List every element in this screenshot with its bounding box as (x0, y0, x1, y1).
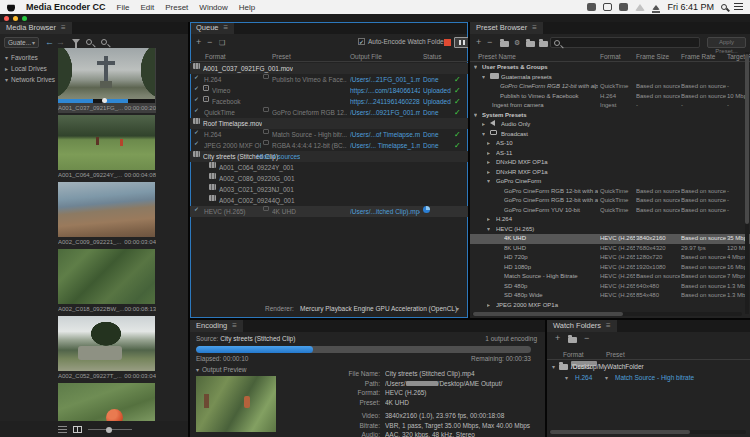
panel-menu-icon[interactable] (224, 22, 229, 34)
slider-knob[interactable] (106, 427, 112, 433)
new-preset-icon[interactable]: + (476, 38, 481, 47)
output-preview-toggle[interactable]: Output Preview (196, 366, 246, 373)
col-frame-rate[interactable]: Frame Rate (681, 52, 715, 62)
chevron-down-icon[interactable] (605, 372, 608, 384)
preset-settings-icon[interactable] (263, 129, 269, 134)
list-view-icon[interactable] (58, 426, 67, 433)
queue-group-row[interactable]: Roof Timelapse.mov (190, 118, 468, 129)
queue-source-row[interactable]: A002_C086_09220G_001 (190, 173, 468, 184)
tree-item-local-drives[interactable]: Local Drives (5, 63, 59, 74)
col-status[interactable]: Status (423, 52, 441, 62)
preset-settings-icon[interactable] (263, 206, 269, 211)
preset-row-selected[interactable]: 4K UHDHEVC (H.265)3840x2160Based on sour… (470, 234, 750, 244)
menu-file[interactable]: File (117, 3, 130, 12)
keyboard-icon[interactable] (587, 3, 596, 11)
remove-watch-folder-icon[interactable]: − (584, 334, 589, 343)
delete-preset-icon[interactable]: − (487, 38, 492, 47)
horizontal-scrollbar[interactable] (549, 430, 746, 434)
preset-category-row[interactable]: Audio Only (470, 120, 750, 130)
preset-subcategory-row[interactable]: JPEG 2000 MXF OP1a (470, 301, 750, 311)
col-frame-size[interactable]: Frame Size (636, 52, 669, 62)
preset-settings-icon[interactable] (263, 140, 269, 145)
queue-output-row[interactable]: QuickTimeGoPro Cineform RGB 12.../Users/… (190, 107, 468, 118)
panel-menu-icon[interactable] (532, 22, 537, 34)
horizontal-scrollbar[interactable] (472, 312, 742, 316)
watch-folder-row[interactable]: /Users//Desktop/MyWatchFolder (547, 361, 750, 372)
col-output-file[interactable]: Output File (350, 52, 382, 62)
clip-cell[interactable]: A001_C037_0921FG_...00:00:00:20 (58, 48, 156, 113)
eject-icon[interactable] (652, 5, 660, 10)
preset-row[interactable]: Match Source - High BitrateHEVC (H.265)B… (470, 272, 750, 282)
wifi-icon[interactable] (635, 4, 645, 11)
preset-settings-icon[interactable] (263, 107, 269, 112)
queue-encoding-row[interactable]: HEVC (H.265)4K UHD/Users/...itched Clip)… (190, 206, 468, 217)
preset-row[interactable]: GoPro CineForm RGB 12-bit with alpha...Q… (470, 196, 750, 206)
chevron-down-icon[interactable] (487, 177, 490, 187)
scrollbar-thumb[interactable] (473, 312, 623, 316)
auto-encode-checkbox[interactable] (358, 38, 365, 45)
preset-row[interactable]: GoPro CineForm YUV 10-bitQuickTimeBased … (470, 206, 750, 216)
queue-source-row[interactable]: A003_C021_0923NJ_001 (190, 184, 468, 195)
preset-subcategory-row[interactable]: HEVC (H.265) (470, 225, 750, 235)
back-arrow-icon[interactable]: ← (45, 38, 54, 47)
spotlight-search-icon[interactable] (721, 4, 727, 10)
chevron-right-icon[interactable] (487, 139, 490, 149)
stop-queue-button[interactable] (444, 39, 451, 46)
pause-queue-button[interactable] (454, 37, 468, 48)
close-window-button[interactable] (4, 16, 9, 21)
preset-row[interactable]: Publish to Vimeo & FacebookH.264Based on… (470, 92, 750, 102)
panel-menu-icon[interactable] (606, 320, 611, 332)
watch-folder-output-row[interactable]: H.264 Match Source - High bitrate (547, 372, 750, 383)
new-group-icon[interactable] (500, 41, 509, 47)
filter-icon[interactable] (72, 39, 80, 44)
scrub-bar[interactable] (58, 99, 155, 103)
preset-row[interactable]: HD 1080pHEVC (H.265)1920x1080Based on so… (470, 263, 750, 273)
preset-row[interactable]: SD 480p WideHEVC (H.265)854x480Based on … (470, 291, 750, 301)
add-output-icon[interactable]: + (196, 38, 201, 47)
remove-output-icon[interactable]: − (207, 38, 212, 47)
chevron-down-icon[interactable] (487, 225, 490, 235)
chevron-down-icon[interactable] (482, 130, 485, 140)
clip-cell[interactable]: A002_C052_09227T_...00:00:03:04 (58, 316, 156, 381)
chevron-right-icon[interactable] (487, 301, 490, 311)
chevron-down-icon[interactable] (482, 73, 485, 83)
clip-cell[interactable]: A001_C064_09224Y_...00:00:04:08 (58, 115, 156, 180)
output-checkbox[interactable] (194, 74, 200, 80)
chevron-right-icon[interactable] (487, 158, 490, 168)
tab-watch-folders[interactable]: Watch Folders (547, 320, 617, 332)
watch-format-dropdown[interactable]: H.264 (575, 372, 592, 383)
preset-subcategory-row[interactable]: GoPro CineForm (470, 177, 750, 187)
menu-help[interactable]: Help (239, 3, 255, 12)
panel-menu-icon[interactable] (61, 22, 66, 34)
renderer-dropdown[interactable]: Mercury Playback Engine GPU Acceleration… (300, 303, 457, 315)
tree-item-network-drives[interactable]: Network Drives (5, 74, 59, 85)
chevron-right-icon[interactable] (487, 149, 490, 159)
search-icon[interactable] (101, 39, 107, 45)
vertical-scrollbar[interactable] (745, 52, 749, 314)
panel-menu-icon[interactable] (232, 320, 237, 332)
chevron-down-icon[interactable] (456, 303, 459, 315)
col-format[interactable]: Format (205, 52, 226, 62)
preset-settings-icon[interactable] (263, 74, 269, 79)
queue-output-row[interactable]: H.264Publish to Vimeo & Face.../Users/..… (190, 74, 468, 85)
col-format[interactable]: Format (600, 52, 621, 62)
tab-queue[interactable]: Queue (190, 22, 234, 34)
queue-source-row[interactable]: A004_C002_09244Q_001 (190, 195, 468, 206)
chevron-right-icon[interactable] (487, 168, 490, 178)
zoom-icon[interactable] (86, 39, 92, 45)
hide-sources-link[interactable]: Hide 4 sources (257, 151, 300, 162)
display-icon[interactable] (603, 3, 612, 11)
chevron-down-icon[interactable] (474, 111, 477, 121)
chevron-right-icon[interactable] (482, 120, 485, 130)
forward-arrow-icon[interactable]: → (56, 38, 65, 47)
thumbnail-size-slider[interactable] (88, 429, 132, 430)
import-presets-icon[interactable] (526, 41, 535, 47)
preset-subcategory-row[interactable]: DNxHR MXF OP1a (470, 168, 750, 178)
menu-bar-clock[interactable]: Fri 6:41 PM (667, 2, 714, 12)
queue-source-row[interactable]: A001_C064_09224Y_001 (190, 162, 468, 173)
menu-window[interactable]: Window (199, 3, 227, 12)
output-checkbox[interactable] (194, 129, 200, 135)
output-checkbox[interactable] (194, 107, 200, 113)
queue-group-row[interactable]: A001_C037_0921FG_001.mov (190, 63, 468, 74)
col-preset[interactable]: Preset (272, 52, 291, 62)
